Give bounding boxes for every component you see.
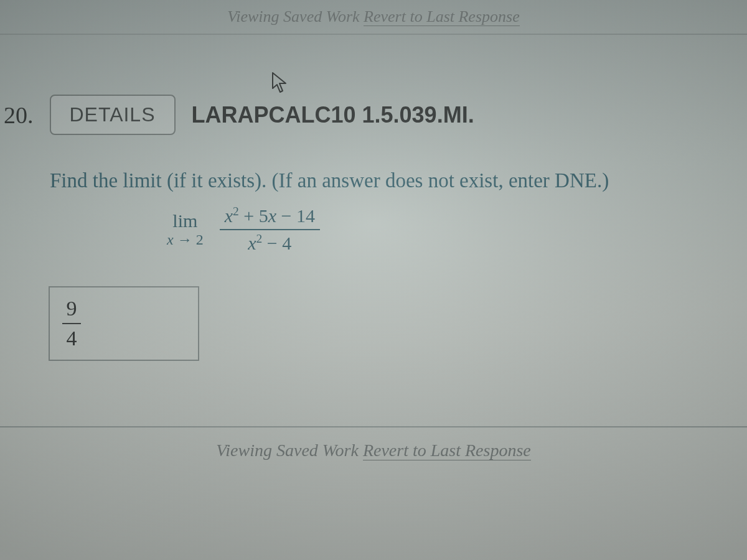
lim-value: 2 (196, 231, 204, 248)
arrow-icon: → (177, 231, 192, 248)
question-code: LARAPCALC10 1.5.039.MI. (192, 102, 474, 128)
num-x2: x (268, 205, 276, 226)
answer-denominator: 4 (67, 328, 77, 349)
fraction: x2 + 5x − 14 x2 − 4 (220, 205, 320, 254)
question-prompt: Find the limit (if it exists). (If an an… (50, 169, 609, 192)
saved-prefix: Viewing Saved Work (227, 7, 364, 26)
divider (0, 426, 747, 427)
lim-var: x (167, 231, 174, 248)
den-exp: 2 (256, 232, 263, 245)
den-minus: − 4 (262, 233, 291, 253)
num-x1: x (225, 205, 233, 226)
saved-prefix-bottom: Viewing Saved Work (216, 441, 363, 460)
answer-bar (62, 323, 81, 324)
denominator: x2 − 4 (243, 233, 296, 254)
num-minus: − 14 (276, 205, 315, 226)
limit-expression: lim x → 2 x2 + 5x − 14 x2 − 4 (167, 205, 320, 254)
saved-work-text-top: Viewing Saved Work Revert to Last Respon… (227, 7, 519, 26)
num-exp: 2 (233, 205, 239, 218)
question-number: 20. (4, 101, 34, 129)
revert-link-bottom[interactable]: Revert to Last Response (363, 441, 531, 460)
saved-work-bar-bottom: Viewing Saved Work Revert to Last Respon… (0, 441, 747, 460)
answer-numerator: 9 (67, 298, 77, 319)
revert-link-top[interactable]: Revert to Last Response (364, 7, 520, 26)
den-x1: x (248, 233, 256, 253)
answer-fraction: 9 4 (62, 298, 81, 349)
lim-operator: lim x → 2 (167, 210, 204, 249)
num-plus: + 5 (239, 205, 268, 226)
lim-word: lim (172, 210, 197, 232)
numerator: x2 + 5x − 14 (220, 205, 320, 226)
lim-approach: x → 2 (167, 231, 204, 249)
question-header: 20. DETAILS LARAPCALC10 1.5.039.MI. (4, 95, 747, 135)
answer-input[interactable]: 9 4 (49, 286, 199, 361)
cursor-arrow-icon (271, 72, 289, 96)
fraction-bar (220, 229, 320, 230)
saved-work-bar-top: Viewing Saved Work Revert to Last Respon… (0, 0, 747, 35)
details-button[interactable]: DETAILS (50, 95, 176, 135)
